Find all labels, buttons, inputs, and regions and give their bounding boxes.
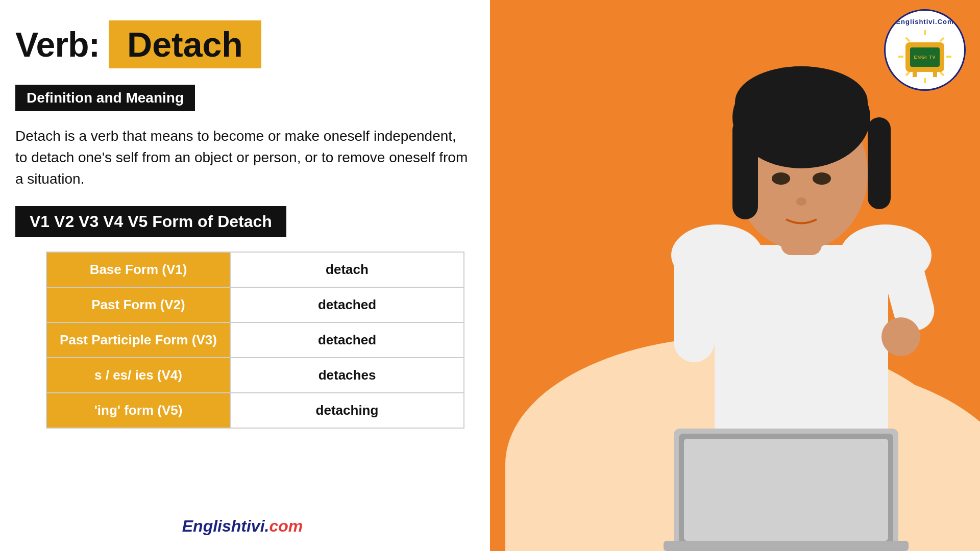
form-value-cell: detached <box>230 322 464 358</box>
definition-heading: Definition and Meaning <box>27 90 184 106</box>
svg-point-23 <box>796 197 806 206</box>
table-row: Past Participle Form (V3)detached <box>46 322 464 358</box>
form-label-cell: Past Participle Form (V3) <box>46 322 230 358</box>
person-svg <box>623 51 980 551</box>
svg-rect-19 <box>868 117 891 209</box>
svg-rect-18 <box>732 117 758 219</box>
svg-line-1 <box>940 38 944 41</box>
form-value-cell: detaches <box>230 358 464 393</box>
form-label-cell: s / es/ ies (V4) <box>46 358 230 393</box>
definition-heading-box: Definition and Meaning <box>15 85 195 111</box>
verb-forms-table: Base Form (V1)detachPast Form (V2)detach… <box>46 252 464 429</box>
table-row: s / es/ ies (V4)detaches <box>46 358 464 393</box>
left-panel: Verb: Detach Definition and Meaning Deta… <box>0 0 490 551</box>
svg-rect-27 <box>664 541 909 551</box>
form-value-cell: detached <box>230 287 464 322</box>
svg-point-14 <box>881 317 920 356</box>
credit-text-red: com <box>269 517 303 535</box>
form-label-cell: Past Form (V2) <box>46 287 230 322</box>
table-row: Base Form (V1)detach <box>46 252 464 287</box>
svg-point-22 <box>813 172 831 185</box>
form-value-cell: detaching <box>230 393 464 428</box>
bottom-credit: Englishtivi.com <box>15 509 470 536</box>
svg-rect-12 <box>674 250 715 362</box>
svg-point-20 <box>735 66 868 138</box>
form-label-cell: 'ing' form (V5) <box>46 393 230 428</box>
verb-word-box: Detach <box>109 20 261 68</box>
svg-line-7 <box>906 38 910 41</box>
logo-top-text: Englishtivi.Com <box>896 18 953 26</box>
table-row: 'ing' form (V5)detaching <box>46 393 464 428</box>
credit-text-blue: Englishtivi. <box>182 517 270 535</box>
table-row: Past Form (V2)detached <box>46 287 464 322</box>
verb-title-row: Verb: Detach <box>15 20 470 68</box>
svg-point-21 <box>772 172 790 185</box>
v-forms-heading-box: V1 V2 V3 V4 V5 Form of Detach <box>15 206 286 237</box>
form-value-cell: detach <box>230 252 464 287</box>
svg-rect-26 <box>684 439 888 541</box>
verb-label: Verb: <box>15 24 100 64</box>
right-panel: Englishtivi.Com ENGI TV <box>490 0 980 551</box>
definition-text: Detach is a verb that means to become or… <box>15 126 470 190</box>
form-label-cell: Base Form (V1) <box>46 252 230 287</box>
verb-word: Detach <box>127 25 243 64</box>
person-image <box>623 51 980 551</box>
v-forms-heading: V1 V2 V3 V4 V5 Form of Detach <box>30 212 272 231</box>
